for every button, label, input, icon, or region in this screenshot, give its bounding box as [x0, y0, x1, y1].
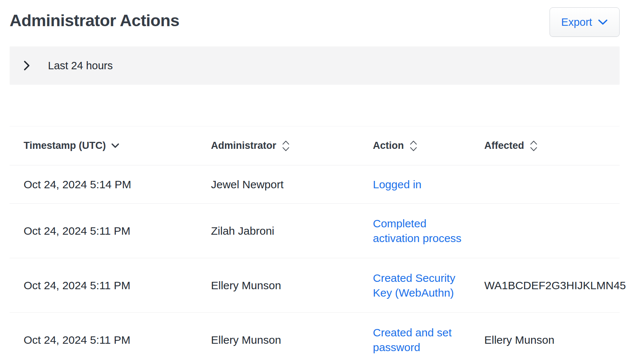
action-link[interactable]: Created Security Key (WebAuthn) — [373, 271, 473, 300]
table-header-row: Timestamp (UTC) Administrator — [10, 126, 620, 165]
column-header-label: Action — [373, 140, 404, 151]
sort-both-icon — [529, 140, 538, 152]
chevron-down-icon — [598, 19, 608, 25]
table-row: Oct 24, 2024 5:14 PM Jewel Newport Logge… — [10, 165, 620, 204]
table-row: Oct 24, 2024 5:11 PM Ellery Munson Creat… — [10, 258, 620, 313]
page-title: Administrator Actions — [10, 7, 179, 30]
filter-label: Last 24 hours — [48, 60, 113, 72]
action-link[interactable]: Created and set password — [373, 325, 473, 355]
header: Administrator Actions Export — [10, 0, 620, 39]
administrator-cell: Zilah Jabroni — [211, 225, 373, 237]
filter-expander[interactable]: Last 24 hours — [10, 46, 620, 85]
sort-both-icon — [281, 140, 290, 152]
action-link[interactable]: Completed activation process — [373, 216, 473, 246]
table-row: Oct 24, 2024 5:11 PM Zilah Jabroni Compl… — [10, 204, 620, 258]
sort-both-icon — [409, 140, 418, 152]
affected-cell: WA1BCDEF2G3HIJKLMN45 — [484, 279, 620, 292]
export-button-label: Export — [561, 16, 592, 28]
administrator-cell: Jewel Newport — [211, 178, 373, 191]
timestamp-cell: Oct 24, 2024 5:14 PM — [24, 178, 211, 191]
sort-desc-icon — [111, 143, 119, 148]
column-header-label: Administrator — [211, 140, 276, 151]
chevron-right-icon — [23, 60, 31, 71]
action-link[interactable]: Logged in — [373, 177, 422, 192]
column-header-label: Timestamp (UTC) — [24, 140, 106, 151]
admin-actions-table: Timestamp (UTC) Administrator — [10, 126, 620, 364]
timestamp-cell: Oct 24, 2024 5:11 PM — [24, 334, 211, 346]
column-header-timestamp[interactable]: Timestamp (UTC) — [24, 140, 200, 151]
timestamp-cell: Oct 24, 2024 5:11 PM — [24, 225, 211, 237]
timestamp-cell: Oct 24, 2024 5:11 PM — [24, 279, 211, 292]
column-header-administrator[interactable]: Administrator — [211, 140, 362, 152]
column-header-affected[interactable]: Affected — [484, 140, 620, 152]
column-header-label: Affected — [484, 140, 524, 151]
administrator-cell: Ellery Munson — [211, 334, 373, 346]
affected-cell: Ellery Munson — [484, 334, 620, 346]
administrator-cell: Ellery Munson — [211, 279, 373, 292]
table-row: Oct 24, 2024 5:11 PM Ellery Munson Creat… — [10, 313, 620, 364]
page: Administrator Actions Export Last 24 hou… — [0, 0, 627, 364]
column-header-action[interactable]: Action — [373, 140, 473, 152]
export-button[interactable]: Export — [550, 7, 620, 37]
